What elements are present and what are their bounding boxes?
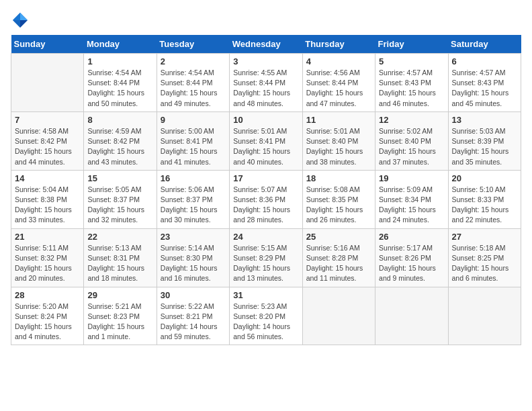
day-info: Sunrise: 5:15 AM Sunset: 8:29 PM Dayligh… [233, 243, 298, 284]
calendar-cell: 13Sunrise: 5:03 AM Sunset: 8:39 PM Dayli… [448, 111, 521, 170]
day-info: Sunrise: 5:02 AM Sunset: 8:40 PM Dayligh… [379, 126, 444, 167]
calendar-header-tuesday: Tuesday [157, 35, 229, 54]
day-number: 9 [161, 115, 226, 125]
calendar-cell: 23Sunrise: 5:14 AM Sunset: 8:30 PM Dayli… [157, 228, 229, 287]
svg-marker-3 [13, 13, 20, 20]
day-info: Sunrise: 5:10 AM Sunset: 8:33 PM Dayligh… [452, 185, 517, 226]
day-info: Sunrise: 5:16 AM Sunset: 8:28 PM Dayligh… [306, 243, 371, 284]
calendar-cell: 5Sunrise: 4:57 AM Sunset: 8:43 PM Daylig… [375, 54, 448, 112]
day-number: 26 [379, 232, 444, 242]
day-info: Sunrise: 5:17 AM Sunset: 8:26 PM Dayligh… [379, 243, 444, 284]
calendar-header-wednesday: Wednesday [230, 35, 302, 54]
day-info: Sunrise: 5:23 AM Sunset: 8:20 PM Dayligh… [233, 302, 298, 342]
day-info: Sunrise: 4:59 AM Sunset: 8:42 PM Dayligh… [87, 126, 152, 167]
calendar-cell: 19Sunrise: 5:09 AM Sunset: 8:34 PM Dayli… [375, 170, 448, 228]
calendar-cell: 27Sunrise: 5:18 AM Sunset: 8:25 PM Dayli… [448, 228, 521, 287]
calendar-cell: 14Sunrise: 5:04 AM Sunset: 8:38 PM Dayli… [11, 170, 84, 228]
calendar-cell: 2Sunrise: 4:54 AM Sunset: 8:44 PM Daylig… [157, 54, 229, 112]
day-info: Sunrise: 5:07 AM Sunset: 8:36 PM Dayligh… [233, 185, 298, 226]
day-number: 19 [379, 173, 444, 183]
day-info: Sunrise: 5:09 AM Sunset: 8:34 PM Dayligh… [379, 185, 444, 226]
day-number: 6 [452, 56, 517, 66]
svg-marker-1 [20, 13, 28, 20]
calendar-cell: 7Sunrise: 4:58 AM Sunset: 8:42 PM Daylig… [11, 111, 84, 170]
calendar-header-friday: Friday [375, 35, 448, 54]
day-number: 18 [306, 173, 371, 183]
calendar-cell: 24Sunrise: 5:15 AM Sunset: 8:29 PM Dayli… [230, 228, 302, 287]
day-info: Sunrise: 4:57 AM Sunset: 8:43 PM Dayligh… [379, 68, 444, 109]
day-number: 23 [161, 232, 226, 242]
day-number: 28 [15, 290, 80, 300]
calendar-cell: 6Sunrise: 4:57 AM Sunset: 8:43 PM Daylig… [448, 54, 521, 112]
day-number: 11 [306, 115, 371, 125]
day-info: Sunrise: 5:06 AM Sunset: 8:37 PM Dayligh… [161, 185, 226, 226]
calendar-header-saturday: Saturday [448, 35, 521, 54]
day-number: 17 [233, 173, 298, 183]
day-info: Sunrise: 5:13 AM Sunset: 8:31 PM Dayligh… [87, 243, 152, 284]
day-info: Sunrise: 4:58 AM Sunset: 8:42 PM Dayligh… [15, 126, 80, 167]
calendar-header-thursday: Thursday [302, 35, 375, 54]
day-info: Sunrise: 5:08 AM Sunset: 8:35 PM Dayligh… [306, 185, 371, 226]
calendar-table: SundayMondayTuesdayWednesdayThursdayFrid… [11, 35, 521, 345]
day-info: Sunrise: 5:03 AM Sunset: 8:39 PM Dayligh… [452, 126, 517, 167]
day-number: 3 [233, 56, 298, 66]
calendar-cell [448, 287, 521, 345]
day-number: 30 [161, 290, 226, 300]
calendar-cell: 29Sunrise: 5:21 AM Sunset: 8:23 PM Dayli… [84, 287, 157, 345]
day-info: Sunrise: 5:18 AM Sunset: 8:25 PM Dayligh… [452, 243, 517, 284]
day-info: Sunrise: 5:21 AM Sunset: 8:23 PM Dayligh… [87, 302, 152, 342]
day-info: Sunrise: 5:05 AM Sunset: 8:37 PM Dayligh… [87, 185, 152, 226]
day-number: 25 [306, 232, 371, 242]
day-number: 10 [233, 115, 298, 125]
day-number: 14 [15, 173, 80, 183]
calendar-week-row: 28Sunrise: 5:20 AM Sunset: 8:24 PM Dayli… [11, 287, 521, 345]
calendar-header-sunday: Sunday [11, 35, 84, 54]
day-info: Sunrise: 5:22 AM Sunset: 8:21 PM Dayligh… [161, 302, 226, 342]
calendar-cell: 1Sunrise: 4:54 AM Sunset: 8:44 PM Daylig… [84, 54, 157, 112]
page-header [11, 11, 521, 30]
day-number: 1 [87, 56, 152, 66]
calendar-cell: 4Sunrise: 4:56 AM Sunset: 8:44 PM Daylig… [302, 54, 375, 112]
calendar-week-row: 1Sunrise: 4:54 AM Sunset: 8:44 PM Daylig… [11, 54, 521, 112]
day-number: 13 [452, 115, 517, 125]
day-number: 22 [87, 232, 152, 242]
calendar-cell: 28Sunrise: 5:20 AM Sunset: 8:24 PM Dayli… [11, 287, 84, 345]
day-number: 7 [15, 115, 80, 125]
day-info: Sunrise: 4:54 AM Sunset: 8:44 PM Dayligh… [87, 68, 152, 109]
calendar-cell: 3Sunrise: 4:55 AM Sunset: 8:44 PM Daylig… [230, 54, 302, 112]
day-info: Sunrise: 5:01 AM Sunset: 8:41 PM Dayligh… [233, 126, 298, 167]
calendar-cell: 15Sunrise: 5:05 AM Sunset: 8:37 PM Dayli… [84, 170, 157, 228]
day-number: 29 [87, 290, 152, 300]
day-number: 24 [233, 232, 298, 242]
calendar-cell: 20Sunrise: 5:10 AM Sunset: 8:33 PM Dayli… [448, 170, 521, 228]
day-number: 15 [87, 173, 152, 183]
day-info: Sunrise: 4:55 AM Sunset: 8:44 PM Dayligh… [233, 68, 298, 109]
logo-icon [11, 11, 30, 30]
calendar-cell: 17Sunrise: 5:07 AM Sunset: 8:36 PM Dayli… [230, 170, 302, 228]
day-number: 27 [452, 232, 517, 242]
day-info: Sunrise: 5:14 AM Sunset: 8:30 PM Dayligh… [161, 243, 226, 284]
calendar-cell: 22Sunrise: 5:13 AM Sunset: 8:31 PM Dayli… [84, 228, 157, 287]
calendar-cell [302, 287, 375, 345]
calendar-cell: 8Sunrise: 4:59 AM Sunset: 8:42 PM Daylig… [84, 111, 157, 170]
calendar-cell: 9Sunrise: 5:00 AM Sunset: 8:41 PM Daylig… [157, 111, 229, 170]
day-info: Sunrise: 5:01 AM Sunset: 8:40 PM Dayligh… [306, 126, 371, 167]
day-number: 16 [161, 173, 226, 183]
calendar-cell: 16Sunrise: 5:06 AM Sunset: 8:37 PM Dayli… [157, 170, 229, 228]
calendar-cell: 30Sunrise: 5:22 AM Sunset: 8:21 PM Dayli… [157, 287, 229, 345]
svg-marker-2 [20, 20, 28, 28]
calendar-cell: 11Sunrise: 5:01 AM Sunset: 8:40 PM Dayli… [302, 111, 375, 170]
calendar-cell: 12Sunrise: 5:02 AM Sunset: 8:40 PM Dayli… [375, 111, 448, 170]
calendar-week-row: 7Sunrise: 4:58 AM Sunset: 8:42 PM Daylig… [11, 111, 521, 170]
day-number: 4 [306, 56, 371, 66]
day-number: 12 [379, 115, 444, 125]
calendar-week-row: 21Sunrise: 5:11 AM Sunset: 8:32 PM Dayli… [11, 228, 521, 287]
calendar-cell [375, 287, 448, 345]
calendar-cell: 18Sunrise: 5:08 AM Sunset: 8:35 PM Dayli… [302, 170, 375, 228]
calendar-cell: 31Sunrise: 5:23 AM Sunset: 8:20 PM Dayli… [230, 287, 302, 345]
day-number: 8 [87, 115, 152, 125]
day-info: Sunrise: 4:54 AM Sunset: 8:44 PM Dayligh… [161, 68, 226, 109]
day-info: Sunrise: 5:04 AM Sunset: 8:38 PM Dayligh… [15, 185, 80, 226]
day-info: Sunrise: 4:56 AM Sunset: 8:44 PM Dayligh… [306, 68, 371, 109]
calendar-header-row: SundayMondayTuesdayWednesdayThursdayFrid… [11, 35, 521, 54]
